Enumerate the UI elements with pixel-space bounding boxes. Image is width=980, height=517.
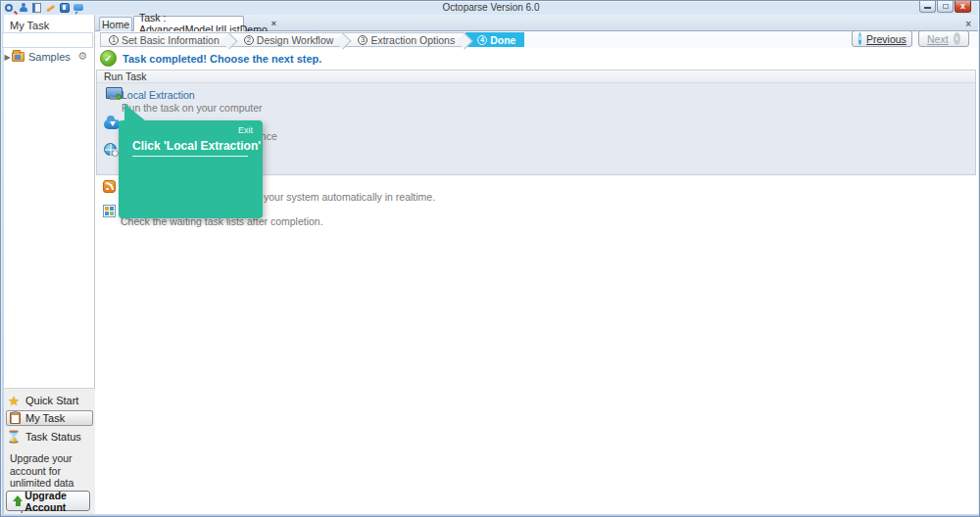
next-label: Next xyxy=(927,33,949,45)
close-button[interactable]: x xyxy=(955,1,971,13)
clipboard-icon xyxy=(10,412,21,424)
realtime-desc-fragment: your system automatically in realtime. xyxy=(264,191,435,203)
right-arrow-icon: › xyxy=(954,32,960,45)
tab-close-icon[interactable]: × xyxy=(271,19,276,28)
tooltip-exit-link[interactable]: Exit xyxy=(238,125,253,135)
titlebar-toolbar xyxy=(5,3,83,13)
sidebar-item-my-task[interactable]: My Task xyxy=(6,410,93,426)
tabbar-close-icon[interactable]: × xyxy=(965,19,971,29)
app-window: Octoparse Version 6.0 x My Task ▶ Sample… xyxy=(0,0,980,517)
maximize-button[interactable] xyxy=(937,1,954,13)
task-list-box[interactable] xyxy=(2,32,93,48)
status-message: Task completed! Choose the next step. xyxy=(122,53,321,65)
globe-clock-icon[interactable] xyxy=(104,143,117,156)
folder-icon xyxy=(12,52,24,62)
green-up-arrow-icon xyxy=(13,495,21,506)
minimize-button[interactable] xyxy=(919,1,936,13)
star-icon: ★ xyxy=(6,394,22,408)
chat-icon[interactable] xyxy=(74,3,83,13)
wizard-step-basic-info[interactable]: 1 Set Basic Information xyxy=(100,32,229,47)
left-arrow-icon: ‹ xyxy=(858,32,861,45)
upgrade-account-button[interactable]: Upgrade Account xyxy=(6,491,90,511)
gear-icon[interactable]: ⚙ xyxy=(77,50,87,63)
sidebar-item-task-status[interactable]: ⌛ Task Status xyxy=(6,429,93,445)
local-extraction-link[interactable]: Local Extraction xyxy=(122,89,195,101)
next-button[interactable]: Next › xyxy=(918,30,969,47)
task-status-label: Task Status xyxy=(25,431,81,443)
expander-caret-icon[interactable]: ▶ xyxy=(3,53,12,62)
upgrade-account-label: Upgrade Account xyxy=(24,490,89,513)
notebook-icon[interactable] xyxy=(32,3,42,13)
sidebar-title: My Task xyxy=(10,20,49,31)
step-label: Extraction Options xyxy=(370,33,455,47)
tooltip-arrow xyxy=(124,104,145,120)
previous-label: Previous xyxy=(866,33,906,45)
tab-task[interactable]: Task : AdvancedModeUrlListDemo × xyxy=(133,16,244,31)
sidebar-item-quick-start[interactable]: ★ Quick Start xyxy=(6,393,93,408)
step-label: Done xyxy=(490,33,515,47)
upload-icon[interactable] xyxy=(60,3,70,13)
step-number: 1 xyxy=(109,35,119,45)
step-number: 4 xyxy=(477,35,487,45)
quick-start-label: Quick Start xyxy=(25,395,78,406)
success-check-icon: ✓ xyxy=(100,50,117,67)
step-number: 3 xyxy=(358,35,368,45)
step-label: Design Workflow xyxy=(257,33,334,47)
previous-button[interactable]: ‹ Previous xyxy=(852,30,912,47)
samples-label: Samples xyxy=(28,51,71,63)
wizard-steps: 1 Set Basic Information 2 Design Workflo… xyxy=(100,32,524,47)
window-controls: x xyxy=(919,1,971,13)
wizard-step-done[interactable]: 4 Done xyxy=(466,32,524,47)
tooltip-message: Click 'Local Extraction' xyxy=(132,139,261,153)
user-icon[interactable] xyxy=(19,3,28,13)
step-label: Set Basic Information xyxy=(122,33,220,47)
search-icon[interactable] xyxy=(5,3,15,13)
run-task-header: Run Task xyxy=(97,70,975,83)
tab-home[interactable]: Home xyxy=(99,17,132,31)
computer-icon[interactable] xyxy=(106,87,122,100)
wizard-step-design-workflow[interactable]: 2 Design Workflow xyxy=(229,32,344,47)
rss-icon[interactable] xyxy=(103,180,116,193)
my-task-label: My Task xyxy=(25,412,65,424)
guide-tooltip: Exit Click 'Local Extraction' xyxy=(119,120,263,218)
task-list-table-icon[interactable] xyxy=(103,205,116,217)
step-number: 2 xyxy=(244,35,254,45)
tooltip-divider xyxy=(132,156,248,157)
hourglass-icon: ⌛ xyxy=(6,430,22,444)
sidebar-item-samples[interactable]: ▶ Samples ⚙ xyxy=(3,50,93,64)
wizard-step-extraction-options[interactable]: 3 Extraction Options xyxy=(343,32,465,47)
pencil-icon[interactable] xyxy=(46,3,56,13)
